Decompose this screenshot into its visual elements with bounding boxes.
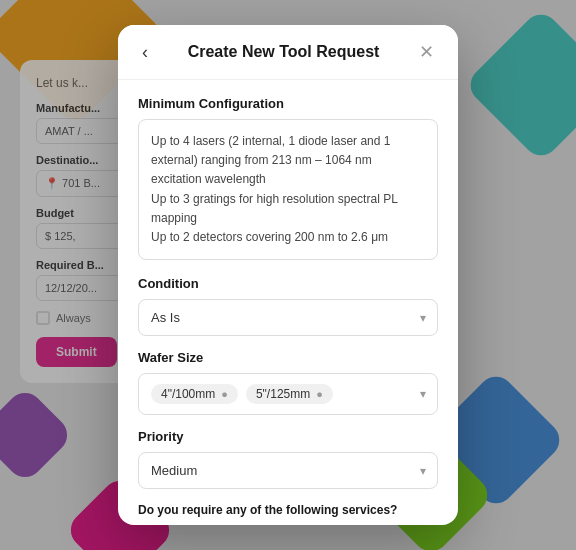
min-config-field: Minimum Configuration Up to 4 lasers (2 … <box>138 96 438 260</box>
wafer-size-select[interactable]: 4"/100mm ● 5"/125mm ● <box>138 373 438 415</box>
wafer-tag-4inch-label: 4"/100mm <box>161 387 215 401</box>
priority-select-wrapper: Low Medium High ▾ <box>138 452 438 489</box>
modal-header: ‹ Create New Tool Request ✕ <box>118 25 458 80</box>
wafer-tag-5inch: 5"/125mm ● <box>246 384 333 404</box>
wafer-size-select-wrapper[interactable]: 4"/100mm ● 5"/125mm ● ▾ <box>138 373 438 415</box>
condition-select-wrapper: As Is Refurbished New ▾ <box>138 299 438 336</box>
priority-field: Priority Low Medium High ▾ <box>138 429 438 489</box>
modal-overlay: ‹ Create New Tool Request ✕ Minimum Conf… <box>0 0 576 550</box>
min-config-box: Up to 4 lasers (2 internal, 1 diode lase… <box>138 119 438 260</box>
wafer-tag-4inch-close[interactable]: ● <box>221 388 228 400</box>
wafer-tag-4inch: 4"/100mm ● <box>151 384 238 404</box>
services-question: Do you require any of the following serv… <box>138 503 438 517</box>
services-field: Do you require any of the following serv… <box>138 503 438 525</box>
condition-select[interactable]: As Is Refurbished New <box>138 299 438 336</box>
wafer-tag-5inch-close[interactable]: ● <box>316 388 323 400</box>
condition-field: Condition As Is Refurbished New ▾ <box>138 276 438 336</box>
close-button[interactable]: ✕ <box>415 41 438 63</box>
min-config-label: Minimum Configuration <box>138 96 438 111</box>
min-config-text: Up to 4 lasers (2 internal, 1 diode lase… <box>151 132 425 247</box>
condition-label: Condition <box>138 276 438 291</box>
wafer-size-field: Wafer Size 4"/100mm ● 5"/125mm ● ▾ <box>138 350 438 415</box>
back-button[interactable]: ‹ <box>138 42 152 63</box>
priority-select[interactable]: Low Medium High <box>138 452 438 489</box>
wafer-tag-5inch-label: 5"/125mm <box>256 387 310 401</box>
modal-container: ‹ Create New Tool Request ✕ Minimum Conf… <box>118 25 458 525</box>
modal-title: Create New Tool Request <box>152 43 415 61</box>
priority-label: Priority <box>138 429 438 444</box>
modal-body: Minimum Configuration Up to 4 lasers (2 … <box>118 80 458 525</box>
wafer-size-label: Wafer Size <box>138 350 438 365</box>
